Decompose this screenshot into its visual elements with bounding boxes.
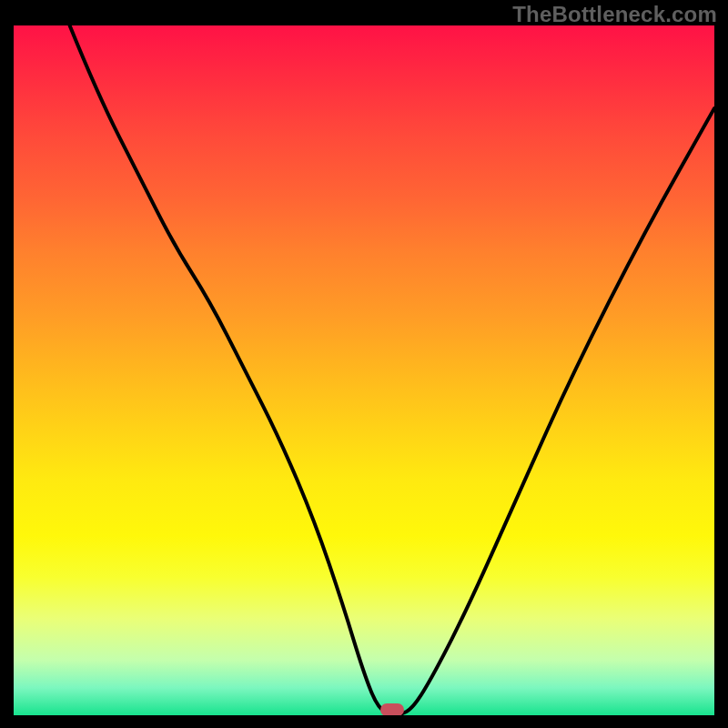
watermark-text: TheBottleneck.com (512, 2, 717, 27)
plot-area (14, 25, 714, 715)
curve-path (70, 25, 714, 715)
minimum-marker (380, 703, 404, 715)
bottleneck-curve (14, 25, 714, 715)
chart-frame: TheBottleneck.com (0, 0, 728, 728)
